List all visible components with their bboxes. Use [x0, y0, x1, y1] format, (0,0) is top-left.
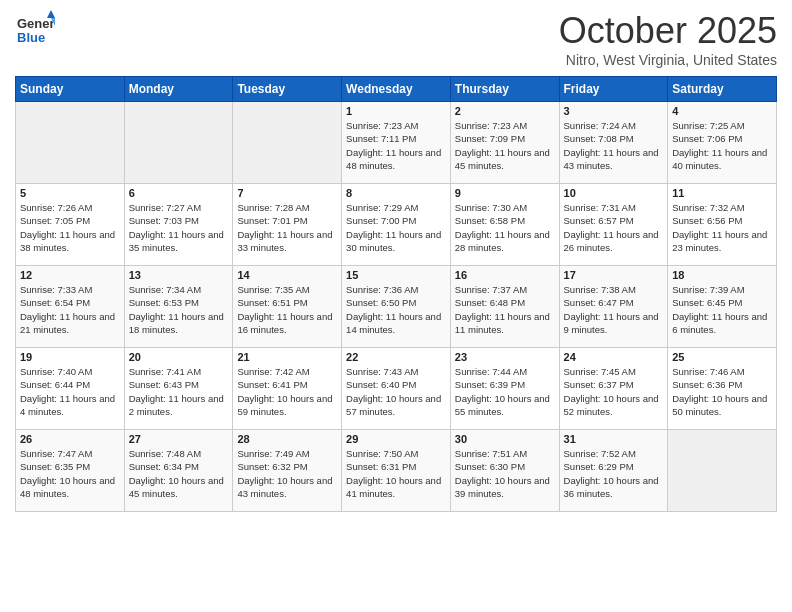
calendar-cell: 20Sunrise: 7:41 AM Sunset: 6:43 PM Dayli… [124, 348, 233, 430]
calendar-cell: 14Sunrise: 7:35 AM Sunset: 6:51 PM Dayli… [233, 266, 342, 348]
calendar-cell: 24Sunrise: 7:45 AM Sunset: 6:37 PM Dayli… [559, 348, 668, 430]
day-number: 21 [237, 351, 337, 363]
col-saturday: Saturday [668, 77, 777, 102]
calendar-cell [124, 102, 233, 184]
day-info: Sunrise: 7:39 AM Sunset: 6:45 PM Dayligh… [672, 283, 772, 336]
calendar-cell: 7Sunrise: 7:28 AM Sunset: 7:01 PM Daylig… [233, 184, 342, 266]
day-number: 6 [129, 187, 229, 199]
calendar-cell: 3Sunrise: 7:24 AM Sunset: 7:08 PM Daylig… [559, 102, 668, 184]
calendar-cell: 6Sunrise: 7:27 AM Sunset: 7:03 PM Daylig… [124, 184, 233, 266]
day-info: Sunrise: 7:28 AM Sunset: 7:01 PM Dayligh… [237, 201, 337, 254]
col-monday: Monday [124, 77, 233, 102]
day-info: Sunrise: 7:32 AM Sunset: 6:56 PM Dayligh… [672, 201, 772, 254]
svg-text:Blue: Blue [17, 30, 45, 45]
day-number: 18 [672, 269, 772, 281]
calendar-cell: 27Sunrise: 7:48 AM Sunset: 6:34 PM Dayli… [124, 430, 233, 512]
svg-marker-2 [47, 10, 55, 18]
day-info: Sunrise: 7:34 AM Sunset: 6:53 PM Dayligh… [129, 283, 229, 336]
page: General Blue October 2025 Nitro, West Vi… [0, 0, 792, 612]
day-info: Sunrise: 7:27 AM Sunset: 7:03 PM Dayligh… [129, 201, 229, 254]
day-number: 14 [237, 269, 337, 281]
calendar-cell: 9Sunrise: 7:30 AM Sunset: 6:58 PM Daylig… [450, 184, 559, 266]
logo-icon: General Blue [15, 10, 55, 50]
day-info: Sunrise: 7:38 AM Sunset: 6:47 PM Dayligh… [564, 283, 664, 336]
day-number: 22 [346, 351, 446, 363]
calendar-cell: 23Sunrise: 7:44 AM Sunset: 6:39 PM Dayli… [450, 348, 559, 430]
calendar-cell: 26Sunrise: 7:47 AM Sunset: 6:35 PM Dayli… [16, 430, 125, 512]
calendar-cell: 29Sunrise: 7:50 AM Sunset: 6:31 PM Dayli… [342, 430, 451, 512]
day-info: Sunrise: 7:29 AM Sunset: 7:00 PM Dayligh… [346, 201, 446, 254]
day-info: Sunrise: 7:25 AM Sunset: 7:06 PM Dayligh… [672, 119, 772, 172]
col-tuesday: Tuesday [233, 77, 342, 102]
day-number: 24 [564, 351, 664, 363]
day-number: 17 [564, 269, 664, 281]
day-info: Sunrise: 7:35 AM Sunset: 6:51 PM Dayligh… [237, 283, 337, 336]
col-thursday: Thursday [450, 77, 559, 102]
day-info: Sunrise: 7:50 AM Sunset: 6:31 PM Dayligh… [346, 447, 446, 500]
day-number: 30 [455, 433, 555, 445]
calendar-cell: 19Sunrise: 7:40 AM Sunset: 6:44 PM Dayli… [16, 348, 125, 430]
col-sunday: Sunday [16, 77, 125, 102]
calendar-cell: 12Sunrise: 7:33 AM Sunset: 6:54 PM Dayli… [16, 266, 125, 348]
calendar-cell: 30Sunrise: 7:51 AM Sunset: 6:30 PM Dayli… [450, 430, 559, 512]
calendar-cell [668, 430, 777, 512]
calendar-table: Sunday Monday Tuesday Wednesday Thursday… [15, 76, 777, 512]
day-info: Sunrise: 7:23 AM Sunset: 7:09 PM Dayligh… [455, 119, 555, 172]
day-info: Sunrise: 7:23 AM Sunset: 7:11 PM Dayligh… [346, 119, 446, 172]
day-info: Sunrise: 7:43 AM Sunset: 6:40 PM Dayligh… [346, 365, 446, 418]
day-info: Sunrise: 7:46 AM Sunset: 6:36 PM Dayligh… [672, 365, 772, 418]
day-number: 27 [129, 433, 229, 445]
calendar-cell [233, 102, 342, 184]
day-info: Sunrise: 7:33 AM Sunset: 6:54 PM Dayligh… [20, 283, 120, 336]
day-info: Sunrise: 7:31 AM Sunset: 6:57 PM Dayligh… [564, 201, 664, 254]
location: Nitro, West Virginia, United States [559, 52, 777, 68]
svg-text:General: General [17, 16, 55, 31]
day-number: 1 [346, 105, 446, 117]
day-number: 19 [20, 351, 120, 363]
day-number: 20 [129, 351, 229, 363]
day-info: Sunrise: 7:37 AM Sunset: 6:48 PM Dayligh… [455, 283, 555, 336]
calendar-cell: 18Sunrise: 7:39 AM Sunset: 6:45 PM Dayli… [668, 266, 777, 348]
calendar-cell: 16Sunrise: 7:37 AM Sunset: 6:48 PM Dayli… [450, 266, 559, 348]
logo: General Blue [15, 10, 55, 54]
day-number: 12 [20, 269, 120, 281]
day-number: 3 [564, 105, 664, 117]
calendar-cell: 11Sunrise: 7:32 AM Sunset: 6:56 PM Dayli… [668, 184, 777, 266]
calendar-cell: 21Sunrise: 7:42 AM Sunset: 6:41 PM Dayli… [233, 348, 342, 430]
calendar-cell: 15Sunrise: 7:36 AM Sunset: 6:50 PM Dayli… [342, 266, 451, 348]
day-number: 23 [455, 351, 555, 363]
day-number: 25 [672, 351, 772, 363]
calendar-cell: 17Sunrise: 7:38 AM Sunset: 6:47 PM Dayli… [559, 266, 668, 348]
day-number: 31 [564, 433, 664, 445]
day-number: 2 [455, 105, 555, 117]
calendar-cell: 25Sunrise: 7:46 AM Sunset: 6:36 PM Dayli… [668, 348, 777, 430]
day-number: 29 [346, 433, 446, 445]
day-info: Sunrise: 7:47 AM Sunset: 6:35 PM Dayligh… [20, 447, 120, 500]
day-info: Sunrise: 7:48 AM Sunset: 6:34 PM Dayligh… [129, 447, 229, 500]
calendar-cell: 4Sunrise: 7:25 AM Sunset: 7:06 PM Daylig… [668, 102, 777, 184]
calendar-cell: 2Sunrise: 7:23 AM Sunset: 7:09 PM Daylig… [450, 102, 559, 184]
day-info: Sunrise: 7:41 AM Sunset: 6:43 PM Dayligh… [129, 365, 229, 418]
day-info: Sunrise: 7:42 AM Sunset: 6:41 PM Dayligh… [237, 365, 337, 418]
day-number: 26 [20, 433, 120, 445]
day-info: Sunrise: 7:36 AM Sunset: 6:50 PM Dayligh… [346, 283, 446, 336]
header: General Blue October 2025 Nitro, West Vi… [15, 10, 777, 68]
day-number: 8 [346, 187, 446, 199]
day-info: Sunrise: 7:52 AM Sunset: 6:29 PM Dayligh… [564, 447, 664, 500]
month-title: October 2025 [559, 10, 777, 52]
day-info: Sunrise: 7:51 AM Sunset: 6:30 PM Dayligh… [455, 447, 555, 500]
day-number: 9 [455, 187, 555, 199]
calendar-cell: 5Sunrise: 7:26 AM Sunset: 7:05 PM Daylig… [16, 184, 125, 266]
title-block: October 2025 Nitro, West Virginia, Unite… [559, 10, 777, 68]
day-info: Sunrise: 7:45 AM Sunset: 6:37 PM Dayligh… [564, 365, 664, 418]
day-info: Sunrise: 7:49 AM Sunset: 6:32 PM Dayligh… [237, 447, 337, 500]
day-info: Sunrise: 7:30 AM Sunset: 6:58 PM Dayligh… [455, 201, 555, 254]
day-number: 11 [672, 187, 772, 199]
calendar-cell [16, 102, 125, 184]
day-number: 16 [455, 269, 555, 281]
calendar-cell: 22Sunrise: 7:43 AM Sunset: 6:40 PM Dayli… [342, 348, 451, 430]
day-number: 7 [237, 187, 337, 199]
day-info: Sunrise: 7:40 AM Sunset: 6:44 PM Dayligh… [20, 365, 120, 418]
day-number: 10 [564, 187, 664, 199]
day-number: 4 [672, 105, 772, 117]
